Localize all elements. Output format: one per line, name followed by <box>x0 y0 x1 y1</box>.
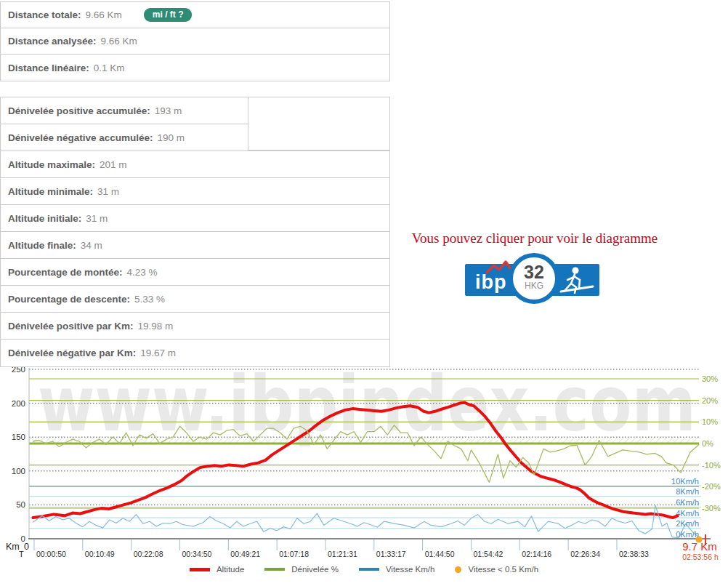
legend-item: Dénivelée % <box>264 565 339 574</box>
altitude-tick-label: 250 <box>12 367 25 374</box>
unit-toggle-button[interactable]: mi / ft ? <box>144 8 193 22</box>
percent-tick-label: -30% <box>702 504 721 513</box>
time-tick-label: 01:21:31 <box>328 550 357 558</box>
table-row: Altitude maximale:201 m <box>1 151 389 178</box>
time-tick-label: 02:38:33 <box>619 550 649 558</box>
time-tick-label: 01:33:17 <box>376 550 406 558</box>
row-label: Altitude maximale: <box>8 159 95 170</box>
table-row: Distance analysée:9.66 Km <box>1 28 389 55</box>
legend-label: Altitude <box>217 565 244 574</box>
row-value: 31 m <box>86 213 108 224</box>
legend-item: Vitesse < 0.5 Km/h <box>455 565 538 574</box>
percent-tick-label: 0% <box>702 439 713 448</box>
badge-score-unit: HKG <box>513 281 555 291</box>
row-value: 19.98 m <box>138 321 174 332</box>
row-value: 9.66 Km <box>86 9 122 20</box>
km-origin-label: 0 <box>24 542 29 552</box>
row-value: 193 m <box>155 105 182 116</box>
legend-swatch <box>455 566 461 573</box>
table-row: Dénivelée négative par Km:19.67 m <box>1 340 389 366</box>
table-row: Distance totale:9.66 Kmmi / ft ? <box>1 2 389 28</box>
row-label: Distance analysée: <box>8 36 97 47</box>
legend-label: Dénivelée % <box>291 565 339 574</box>
legend-item: Altitude <box>190 565 244 574</box>
legend-item: Vitesse Km/h <box>359 565 435 574</box>
time-tick-label: 01:07:18 <box>279 550 309 558</box>
table-row: Pourcentage de montée:4.23 % <box>1 259 389 286</box>
total-distance-label: 9.7 Km <box>682 540 717 553</box>
empty-side-cell <box>248 97 390 150</box>
row-label: Dénivelée positive accumulée: <box>8 105 150 116</box>
km-axis-label: Km <box>6 542 20 552</box>
table-row: Pourcentage de descente:5.33 % <box>1 286 389 313</box>
time-tick-label: 00:22:08 <box>134 550 163 558</box>
row-value: 19.67 m <box>140 348 176 358</box>
row-label: Altitude initiale: <box>8 213 81 224</box>
altitude-tick-label: 200 <box>12 399 25 408</box>
time-tick-label: 02:26:34 <box>570 550 600 558</box>
time-axis-label: T <box>19 550 24 558</box>
speed-tick-label: 8Km/h <box>676 487 699 496</box>
badge-score-circle: 32 HKG <box>509 253 559 304</box>
table-row: Altitude finale:34 m <box>1 232 389 259</box>
row-label: Distance totale: <box>8 9 81 20</box>
table-row: Dénivelée positive par Km:19.98 m <box>1 313 389 340</box>
time-tick-label: 00:34:50 <box>182 550 211 558</box>
row-value: 31 m <box>97 186 119 197</box>
badge-brand: ibp <box>475 273 507 292</box>
time-tick-label: 00:49:21 <box>230 550 260 558</box>
chart-legend: AltitudeDénivelée %Vitesse Km/hVitesse <… <box>0 565 728 574</box>
percent-tick-label: 30% <box>702 374 718 383</box>
speed-tick-label: 10Km/h <box>671 477 699 486</box>
legend-label: Vitesse Km/h <box>386 565 435 574</box>
legend-swatch <box>190 568 210 571</box>
row-value: 5.33 % <box>134 294 165 305</box>
series-spd-line <box>33 505 700 538</box>
table-row: Altitude initiale:31 m <box>1 205 389 232</box>
speed-tick-label: 4Km/h <box>676 509 699 518</box>
row-label: Dénivelée négative par Km: <box>8 348 136 358</box>
row-value: 0.1 Km <box>94 63 125 73</box>
table-row: Altitude minimale:31 m <box>1 178 389 205</box>
speed-tick-label: 2Km/h <box>676 519 699 528</box>
row-value: 34 m <box>81 240 102 251</box>
legend-swatch <box>264 568 285 571</box>
percent-tick-label: 10% <box>702 417 718 426</box>
time-tick-label: 00:00:50 <box>36 550 66 558</box>
cta-text: Vous pouvez cliquer pour voir le diagram… <box>407 230 663 246</box>
altitude-tick-label: 150 <box>12 433 25 441</box>
time-tick-label: 01:44:50 <box>425 550 455 558</box>
time-tick-label: 02:14:16 <box>522 550 551 558</box>
percent-tick-label: -10% <box>702 461 721 470</box>
row-value: 4.23 % <box>127 267 158 278</box>
row-value: 9.66 Km <box>101 36 137 47</box>
row-value: 190 m <box>158 132 185 143</box>
row-label: Dénivelée négative accumulée: <box>8 132 153 143</box>
table-row: Distance linéaire:0.1 Km <box>1 55 389 81</box>
row-label: Pourcentage de descente: <box>8 294 130 305</box>
speed-tick-label: 6Km/h <box>676 498 699 507</box>
row-label: Altitude finale: <box>8 240 76 251</box>
legend-swatch <box>359 568 379 571</box>
percent-tick-label: 20% <box>702 396 718 405</box>
row-label: Distance linéaire: <box>8 63 89 73</box>
ibp-index-badge[interactable]: ibp 32 HKG <box>465 253 599 304</box>
altitude-tick-label: 50 <box>16 500 25 509</box>
profile-chart[interactable]: www.ibpindex.com25020015010050030%20%10%… <box>0 367 728 565</box>
row-label: Dénivelée positive par Km: <box>8 321 134 332</box>
row-label: Pourcentage de montée: <box>8 267 123 278</box>
percent-tick-label: -20% <box>702 482 721 491</box>
row-value: 201 m <box>100 159 127 170</box>
total-time-label: 02:53:56 h <box>682 553 719 561</box>
row-label: Altitude minimale: <box>8 186 93 197</box>
hiker-icon <box>561 267 593 293</box>
altitude-tick-label: 100 <box>12 467 25 475</box>
speed-tick-label: 0Km/h <box>676 530 699 539</box>
badge-score: 32 <box>513 263 555 281</box>
legend-label: Vitesse < 0.5 Km/h <box>468 565 538 574</box>
time-tick-label: 01:54:42 <box>473 550 503 558</box>
time-tick-label: 00:10:49 <box>85 550 115 558</box>
distance-table: Distance totale:9.66 Kmmi / ft ?Distance… <box>0 1 390 81</box>
